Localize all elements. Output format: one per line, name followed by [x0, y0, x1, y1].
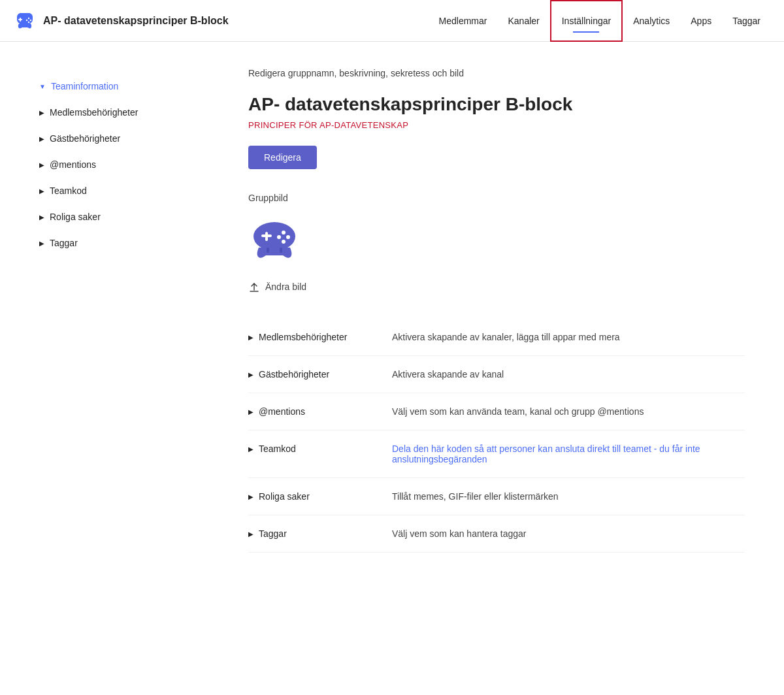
sidebar-label-roliga-saker: Roliga saker — [50, 212, 101, 222]
settings-row-title-5[interactable]: ▶ Taggar — [248, 528, 392, 539]
app-title: AP- datavetenskapsprinciper B-block — [43, 15, 229, 27]
settings-row-left-1: ▶ Gästbehörigheter — [248, 369, 392, 380]
logo-area: AP- datavetenskapsprinciper B-block — [13, 9, 229, 33]
settings-row-roliga-saker: ▶ Roliga saker Tillåt memes, GIF-filer e… — [248, 478, 745, 515]
group-image-container — [248, 214, 745, 268]
sidebar-item-mentions[interactable]: ▶ @mentions — [39, 152, 222, 178]
sidebar-item-teaminformation[interactable]: ▼ Teaminformation — [39, 73, 222, 99]
change-image-button[interactable]: Ändra bild — [248, 281, 306, 293]
settings-title-3: Teamkod — [259, 444, 296, 454]
settings-row-title-1[interactable]: ▶ Gästbehörigheter — [248, 369, 392, 380]
nav-item-apps[interactable]: Apps — [680, 0, 722, 42]
sidebar-item-roliga-saker[interactable]: ▶ Roliga saker — [39, 204, 222, 230]
settings-title-2: @mentions — [259, 406, 305, 417]
chevron-right-settings-1: ▶ — [248, 371, 253, 378]
settings-title-4: Roliga saker — [259, 491, 310, 502]
settings-row-medlemsbehorigeter: ▶ Medlemsbehörigheter Aktivera skapande … — [248, 319, 745, 356]
settings-row-left-2: ▶ @mentions — [248, 406, 392, 417]
settings-row-left-4: ▶ Roliga saker — [248, 491, 392, 502]
chevron-right-settings-2: ▶ — [248, 408, 253, 415]
sidebar-item-taggar[interactable]: ▶ Taggar — [39, 230, 222, 256]
sidebar-item-medlemsbehorigeter[interactable]: ▶ Medlemsbehörigheter — [39, 99, 222, 125]
settings-row-left-3: ▶ Teamkod — [248, 444, 392, 454]
settings-desc-3[interactable]: Dela den här koden så att personer kan a… — [392, 444, 745, 464]
edit-button[interactable]: Redigera — [248, 146, 317, 169]
svg-point-5 — [26, 19, 27, 20]
team-name-heading: AP- datavetenskapsprinciper B-block — [248, 94, 745, 115]
settings-row-teamkod: ▶ Teamkod Dela den här koden så att pers… — [248, 430, 745, 478]
settings-row-title-3[interactable]: ▶ Teamkod — [248, 444, 392, 454]
settings-desc-2: Välj vem som kan använda team, kanal och… — [392, 406, 745, 417]
settings-desc-5: Välj vem som kan hantera taggar — [392, 528, 745, 539]
nav-item-kanaler[interactable]: Kanaler — [497, 0, 549, 42]
svg-point-3 — [30, 19, 31, 20]
gamepad-large-icon — [248, 214, 301, 266]
settings-row-gastbehorigeter: ▶ Gästbehörigheter Aktivera skapande av … — [248, 356, 745, 393]
chevron-right-settings-5: ▶ — [248, 530, 253, 538]
svg-point-10 — [286, 235, 290, 239]
chevron-right-icon-5: ▶ — [39, 240, 44, 247]
chevron-right-icon-0: ▶ — [39, 109, 44, 116]
settings-title-1: Gästbehörigheter — [259, 369, 329, 380]
main-nav: Medlemmar Kanaler Inställningar Analytic… — [429, 0, 771, 42]
settings-title-5: Taggar — [259, 528, 287, 539]
settings-desc-1: Aktivera skapande av kanal — [392, 369, 745, 380]
settings-row-left-5: ▶ Taggar — [248, 528, 392, 539]
svg-point-4 — [28, 21, 29, 22]
settings-sidebar: ▼ Teaminformation ▶ Medlemsbehörigheter … — [39, 68, 222, 553]
group-image-label: Gruppbild — [248, 193, 745, 203]
svg-rect-1 — [18, 19, 22, 20]
sidebar-label-gastbehorigeter: Gästbehörigheter — [50, 133, 120, 144]
chevron-right-icon-2: ▶ — [39, 161, 44, 169]
app-header: AP- datavetenskapsprinciper B-block Medl… — [0, 0, 784, 42]
nav-item-taggar[interactable]: Taggar — [722, 0, 771, 42]
settings-desc-0: Aktivera skapande av kanaler, lägga till… — [392, 332, 745, 342]
settings-desc-4: Tillåt memes, GIF-filer eller klistermär… — [392, 491, 745, 502]
svg-rect-8 — [261, 234, 272, 237]
settings-row-title-4[interactable]: ▶ Roliga saker — [248, 491, 392, 502]
settings-title-0: Medlemsbehörigheter — [259, 332, 347, 342]
svg-point-11 — [282, 240, 286, 244]
sidebar-item-gastbehorigeter[interactable]: ▶ Gästbehörigheter — [39, 125, 222, 152]
sidebar-label-medlemsbehorigeter: Medlemsbehörigheter — [50, 107, 138, 118]
chevron-right-icon-4: ▶ — [39, 214, 44, 221]
settings-row-taggar: ▶ Taggar Välj vem som kan hantera taggar — [248, 515, 745, 553]
nav-item-analytics[interactable]: Analytics — [623, 0, 680, 42]
svg-point-2 — [28, 17, 29, 18]
section-description: Redigera gruppnamn, beskrivning, sekrete… — [248, 68, 745, 78]
settings-row-left-0: ▶ Medlemsbehörigheter — [248, 332, 392, 342]
chevron-right-icon-3: ▶ — [39, 187, 44, 195]
svg-point-12 — [277, 235, 281, 239]
sidebar-label-taggar: Taggar — [50, 238, 78, 248]
change-image-label: Ändra bild — [265, 282, 306, 292]
chevron-right-settings-0: ▶ — [248, 334, 253, 341]
settings-row-mentions: ▶ @mentions Välj vem som kan använda tea… — [248, 393, 745, 430]
content-area: Redigera gruppnamn, beskrivning, sekrete… — [222, 68, 745, 553]
chevron-down-icon: ▼ — [39, 83, 46, 90]
settings-section: ▶ Medlemsbehörigheter Aktivera skapande … — [248, 319, 745, 553]
upload-icon — [248, 281, 260, 293]
sidebar-label-mentions: @mentions — [50, 159, 96, 170]
settings-row-title-0[interactable]: ▶ Medlemsbehörigheter — [248, 332, 392, 342]
sidebar-label-teaminformation: Teaminformation — [51, 81, 119, 91]
sidebar-label-teamkod: Teamkod — [50, 186, 87, 196]
svg-rect-14 — [280, 248, 282, 253]
settings-row-title-2[interactable]: ▶ @mentions — [248, 406, 392, 417]
gamepad-logo-icon — [13, 9, 37, 33]
chevron-right-icon-1: ▶ — [39, 135, 44, 142]
svg-rect-13 — [267, 248, 269, 253]
team-subtitle: PRINCIPER för AP-datavetenskap — [248, 120, 745, 130]
chevron-right-settings-3: ▶ — [248, 445, 253, 453]
sidebar-item-teamkod[interactable]: ▶ Teamkod — [39, 178, 222, 204]
nav-item-medlemmar[interactable]: Medlemmar — [429, 0, 498, 42]
svg-point-9 — [282, 231, 286, 234]
main-content: ▼ Teaminformation ▶ Medlemsbehörigheter … — [0, 42, 784, 579]
chevron-right-settings-4: ▶ — [248, 493, 253, 500]
nav-item-installningar[interactable]: Inställningar — [550, 0, 623, 42]
